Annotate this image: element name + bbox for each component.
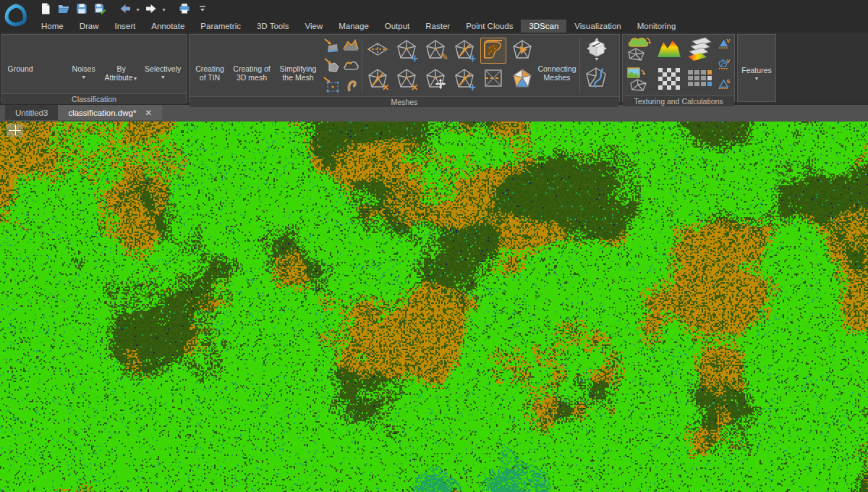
mesh-section-plane-button[interactable] [480, 67, 506, 93]
open-file-button[interactable] [54, 1, 72, 18]
section-to-mesh-icon [323, 37, 340, 57]
classify-cloud-colors-button[interactable] [38, 38, 64, 64]
cloud-to-mesh-button[interactable] [625, 36, 652, 64]
close-tab-icon[interactable]: ✕ [145, 109, 152, 117]
mesh-texture-patch-icon [482, 38, 504, 63]
customize-toolbar-button[interactable] [193, 1, 211, 18]
save-all-button[interactable] [90, 1, 109, 18]
extract-tools-group [322, 36, 359, 95]
ribbon-tab-draw[interactable]: Draw [72, 20, 107, 33]
delete-mesh-edge-button[interactable]: ✕ [365, 67, 391, 93]
ribbon-tab-raster[interactable]: Raster [417, 20, 458, 33]
move-mesh-vertex-icon [425, 67, 446, 92]
drawing-viewport[interactable] [0, 122, 868, 492]
mesh-section-plane-icon [482, 67, 504, 92]
new-file-button[interactable] [36, 1, 54, 18]
quick-access-toolbar: ▾▾ [36, 1, 211, 18]
save-button[interactable] [72, 1, 90, 18]
ribbon-tab-parametric[interactable]: Parametric [192, 20, 249, 33]
flatten-mesh-button[interactable] [365, 38, 391, 64]
ribbon-tab-monitoring[interactable]: Monitoring [629, 20, 684, 33]
classify-vegetation-button[interactable] [38, 66, 64, 92]
mesh-spline-button[interactable] [584, 66, 610, 92]
app-titlebar: ▾▾ [0, 0, 868, 20]
ribbon-tab-manage[interactable]: Manage [331, 20, 377, 33]
redo-button[interactable] [142, 1, 160, 18]
ribbon-tab-3d-tools[interactable]: 3D Tools [249, 20, 297, 33]
cloud-outline-button[interactable] [341, 57, 359, 75]
relief-profile-icon [342, 37, 359, 57]
layers-compare-button[interactable] [686, 36, 713, 64]
document-tab-classification-dwg-[interactable]: classification.dwg*✕ [58, 105, 162, 120]
redo-dropdown-icon[interactable]: ▾ [160, 1, 168, 18]
color-by-relief-icon [656, 38, 682, 62]
move-mesh-vertex-button[interactable] [422, 67, 448, 93]
ribbon-tab-insert[interactable]: Insert [107, 20, 144, 33]
document-tab-untitled3[interactable]: Untitled3 [5, 105, 58, 120]
by-attribute-button[interactable]: By Attribute▼ [102, 36, 141, 82]
polygon-to-mesh-icon [323, 56, 340, 77]
surface-s-button[interactable]: S [716, 77, 731, 94]
svg-text:S: S [726, 77, 730, 84]
undo-icon [119, 2, 132, 18]
edit-mesh-button[interactable]: ✎ [422, 38, 448, 64]
mesh-v-button[interactable]: V [716, 56, 731, 74]
undo-button[interactable] [116, 1, 134, 18]
ribbon-tab-visualization[interactable]: Visualization [566, 20, 629, 33]
calculation-table-icon [686, 68, 712, 93]
features-button[interactable]: Features ▼ [740, 36, 773, 82]
points-selection-icon [323, 76, 340, 96]
creating-tin-button[interactable]: Creating of TIN [192, 36, 228, 82]
texture-from-image-button[interactable] [625, 67, 652, 94]
volume-v-button[interactable]: V [716, 36, 731, 54]
mesh-texture-patch-button[interactable] [480, 38, 506, 64]
fill-mesh-face-button[interactable] [509, 38, 535, 64]
panel-title-texturing: Texturing and Calculations [623, 96, 734, 106]
ribbon-tab-point-clouds[interactable]: Point Clouds [458, 20, 521, 33]
transform-3d-button[interactable] [584, 38, 610, 64]
mesh-side-tools [582, 36, 611, 92]
ribbon-tab-output[interactable]: Output [377, 20, 418, 33]
panel-title-meshes: Meshes [190, 96, 619, 107]
add-mesh-edge-button[interactable]: + [451, 38, 477, 64]
noises-label: Noises [72, 65, 95, 74]
simplifying-mesh-button[interactable]: Simplifying the Mesh [276, 36, 320, 82]
section-to-mesh-button[interactable] [322, 38, 340, 56]
ribbon: Ground Noises ▼ By Attribute▼ Selectivel… [0, 33, 868, 103]
by-attribute-label: By Attribute▼ [102, 65, 141, 82]
creating-3d-mesh-button[interactable]: Creating of 3D mesh [229, 36, 274, 82]
svg-text:V: V [726, 37, 731, 43]
ribbon-tab-annotate[interactable]: Annotate [143, 20, 192, 33]
mesh-tools-grid: +✎+✕✕+ [365, 36, 535, 94]
surface-s-icon: S [717, 77, 731, 94]
points-selection-button[interactable] [322, 77, 340, 95]
ground-button[interactable]: Ground [4, 36, 36, 74]
noises-button[interactable]: Noises ▼ [67, 36, 101, 80]
add-mesh-vertex-button[interactable]: + [393, 38, 420, 64]
ribbon-tab-bar: HomeDrawInsertAnnotateParametric3D Tools… [0, 20, 868, 33]
plus-badge-icon: + [469, 81, 476, 94]
split-mesh-edge-button[interactable]: + [451, 67, 477, 93]
plus-badge-icon: + [469, 52, 476, 65]
calculation-table-button[interactable] [686, 67, 713, 94]
ribbon-curve-button[interactable] [341, 77, 359, 95]
relief-profile-button[interactable] [341, 38, 359, 56]
point-cloud-canvas[interactable] [0, 122, 868, 492]
selectively-button[interactable]: Selectively ▼ [142, 36, 184, 80]
checker-texture-button[interactable] [655, 67, 683, 94]
panel-classification: Ground Noises ▼ By Attribute▼ Selectivel… [1, 34, 187, 102]
print-button[interactable] [175, 1, 193, 18]
ribbon-tab-3dscan[interactable]: 3DScan [521, 20, 566, 33]
ribbon-tab-home[interactable]: Home [33, 20, 72, 33]
print-icon [178, 2, 191, 18]
app-logo-icon [1, 1, 30, 32]
cross-badge-icon: ✕ [382, 82, 389, 93]
flatten-mesh-icon [366, 38, 389, 63]
connecting-meshes-button[interactable]: Connecting Meshes [537, 36, 577, 82]
polygon-to-mesh-button[interactable] [322, 57, 340, 75]
undo-dropdown-icon[interactable]: ▾ [134, 1, 142, 18]
ribbon-tab-view[interactable]: View [297, 20, 331, 33]
color-by-relief-button[interactable] [655, 36, 683, 64]
mesh-regions-button[interactable] [509, 67, 535, 93]
delete-mesh-vertex-button[interactable]: ✕ [393, 67, 420, 93]
